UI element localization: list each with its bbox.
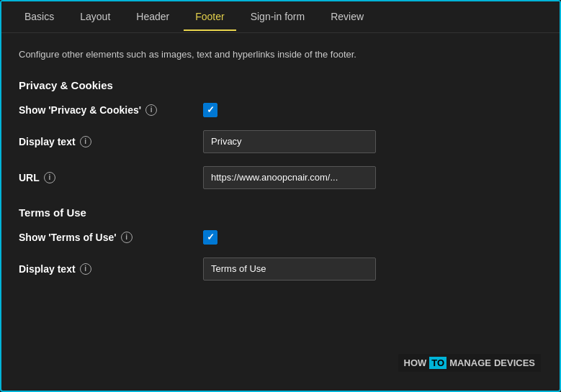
tab-header[interactable]: Header <box>125 4 181 31</box>
privacy-url-input[interactable] <box>203 166 376 189</box>
privacy-url-row: URL i <box>19 166 542 189</box>
show-terms-info-icon[interactable]: i <box>121 232 133 243</box>
app-container: Basics Layout Header Footer Sign-in form… <box>0 0 561 392</box>
privacy-display-text-input[interactable] <box>203 130 376 153</box>
privacy-url-info-icon[interactable]: i <box>44 172 55 183</box>
tab-basics[interactable]: Basics <box>13 4 66 31</box>
show-privacy-row: Show 'Privacy & Cookies' i ✓ <box>19 103 542 117</box>
privacy-display-text-info-icon[interactable]: i <box>80 136 91 147</box>
show-terms-row: Show 'Terms of Use' i ✓ <box>19 230 542 245</box>
content-area: Configure other elements such as images,… <box>1 33 560 391</box>
show-privacy-checkbox[interactable]: ✓ <box>203 103 217 117</box>
show-privacy-info-icon[interactable]: i <box>145 104 157 116</box>
privacy-section-header: Privacy & Cookies <box>19 79 542 91</box>
tab-review[interactable]: Review <box>319 4 375 31</box>
privacy-display-text-row: Display text i <box>19 130 542 153</box>
privacy-display-text-label: Display text i <box>19 136 192 147</box>
checkmark-icon: ✓ <box>207 105 215 114</box>
show-privacy-label: Show 'Privacy & Cookies' i <box>19 104 192 116</box>
terms-display-text-info-icon[interactable]: i <box>80 263 91 275</box>
show-terms-checkbox-wrapper[interactable]: ✓ <box>203 230 217 245</box>
tab-signin-form[interactable]: Sign-in form <box>239 4 316 31</box>
terms-section-header: Terms of Use <box>19 206 542 219</box>
show-terms-checkbox[interactable]: ✓ <box>203 230 217 245</box>
terms-display-text-label: Display text i <box>19 263 192 275</box>
terms-display-text-row: Display text i <box>19 257 542 281</box>
show-terms-label: Show 'Terms of Use' i <box>19 232 192 243</box>
tab-footer[interactable]: Footer <box>184 4 235 31</box>
terms-checkmark-icon: ✓ <box>207 232 215 242</box>
terms-display-text-input[interactable] <box>203 257 376 281</box>
page-description: Configure other elements such as images,… <box>19 47 542 62</box>
tab-layout[interactable]: Layout <box>68 4 122 31</box>
privacy-url-label: URL i <box>19 172 192 183</box>
show-privacy-checkbox-wrapper[interactable]: ✓ <box>203 103 217 117</box>
tab-bar: Basics Layout Header Footer Sign-in form… <box>1 1 560 33</box>
